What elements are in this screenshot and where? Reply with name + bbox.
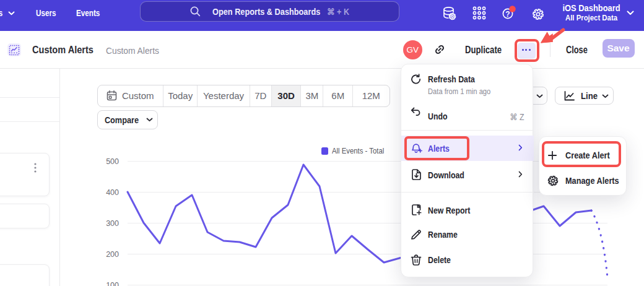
svg-text:300: 300 bbox=[106, 219, 119, 228]
svg-text:100: 100 bbox=[106, 281, 119, 286]
svg-text:?: ? bbox=[505, 10, 510, 19]
svg-text:200: 200 bbox=[106, 250, 119, 259]
svg-text:400: 400 bbox=[106, 188, 119, 197]
svg-text:500: 500 bbox=[106, 157, 119, 166]
